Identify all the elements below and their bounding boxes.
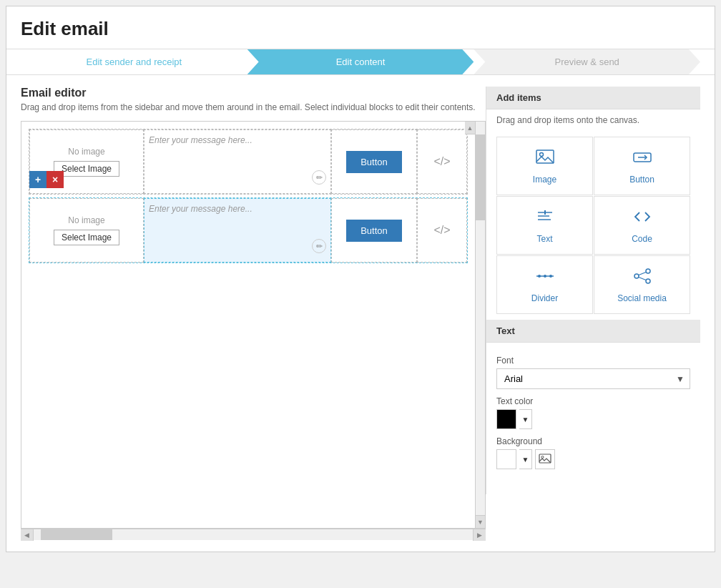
text-color-label: Text color	[496, 396, 690, 406]
button-icon	[632, 147, 652, 172]
svg-point-12	[646, 269, 650, 273]
page-wrapper: Edit email Edit sender and receipt Edit …	[6, 6, 715, 552]
row2-edit-icon[interactable]: ✏	[312, 239, 326, 253]
svg-point-14	[634, 274, 639, 278]
email-row-1: No image Select Image Enter your message…	[29, 129, 468, 195]
divider-icon	[535, 266, 555, 290]
row2-code-cell[interactable]: </>	[417, 198, 467, 263]
canvas-v-scrollbar[interactable]: ▼	[475, 122, 485, 528]
code-icon	[632, 207, 652, 231]
add-items-title: Add items	[486, 87, 700, 109]
svg-point-18	[541, 456, 544, 459]
background-row: ▼	[496, 449, 690, 469]
svg-point-13	[646, 279, 650, 283]
scroll-right-btn[interactable]: ▶	[473, 529, 486, 541]
row-controls: + ×	[29, 171, 64, 188]
row1-code-cell[interactable]: </>	[417, 129, 467, 194]
svg-line-15	[639, 273, 646, 275]
wizard-step-2[interactable]: Edit content	[247, 49, 474, 74]
background-color-dropdown-btn[interactable]: ▼	[519, 449, 532, 469]
row2-button-cell: Button	[331, 198, 417, 263]
add-item-divider[interactable]: Divider	[496, 255, 593, 314]
svg-point-10	[544, 275, 546, 278]
email-row-2: + × No image Select Image Enter your m	[29, 197, 468, 263]
add-item-button[interactable]: Button	[594, 137, 690, 195]
add-item-image-label: Image	[533, 175, 556, 185]
social-icon	[632, 266, 652, 290]
image-icon	[535, 147, 555, 172]
add-item-social-label: Social media	[617, 293, 667, 303]
row2-code-label: </>	[433, 224, 450, 237]
svg-point-9	[538, 275, 541, 278]
add-item-text-label: Text	[536, 234, 552, 244]
row1-email-button[interactable]: Button	[346, 151, 402, 173]
background-image-btn[interactable]	[535, 449, 555, 469]
text-section: Font Arial Georgia Times New Roman Verda…	[486, 343, 700, 475]
page-title: Edit email	[21, 18, 700, 40]
row-delete-button[interactable]: ×	[46, 171, 64, 188]
background-label: Background	[496, 436, 690, 446]
row1-edit-icon[interactable]: ✏	[312, 170, 326, 185]
row1-text-cell[interactable]: Enter your message here... ✏	[144, 129, 331, 194]
svg-point-1	[539, 153, 543, 157]
scrollbar-thumb[interactable]	[476, 134, 485, 220]
font-select[interactable]: Arial Georgia Times New Roman Verdana He…	[496, 368, 690, 389]
row1-text-placeholder: Enter your message here...	[149, 135, 252, 145]
add-item-text[interactable]: Text	[496, 196, 593, 255]
content-area: Email editor Drag and drop items from th…	[6, 75, 715, 552]
add-item-button-label: Button	[629, 175, 654, 185]
h-scroll-track	[34, 529, 473, 540]
editor-section: Email editor Drag and drop items from th…	[21, 87, 486, 540]
canvas-h-scrollbar[interactable]: ◀ ▶	[21, 529, 486, 540]
scroll-down-btn[interactable]: ▼	[476, 515, 485, 528]
row2-text-inner: Enter your message here... ✏	[149, 203, 326, 231]
canvas-inner: No image Select Image Enter your message…	[21, 122, 475, 273]
add-item-social[interactable]: Social media	[594, 255, 690, 314]
row2-email-button[interactable]: Button	[346, 220, 402, 242]
canvas-and-scroll: ▲ ▼ No image Select Image	[21, 121, 486, 540]
font-select-wrapper: Arial Georgia Times New Roman Verdana He…	[496, 368, 690, 389]
wizard-steps: Edit sender and receipt Edit content Pre…	[6, 49, 715, 75]
text-section-title: Text	[486, 320, 700, 343]
row1-text-inner: Enter your message here... ✏	[149, 134, 326, 162]
text-icon	[535, 207, 555, 231]
row2-text-placeholder: Enter your message here...	[149, 204, 252, 214]
add-item-code-label: Code	[632, 234, 652, 244]
background-color-box[interactable]	[496, 449, 516, 469]
text-color-dropdown-btn[interactable]: ▼	[519, 409, 532, 429]
editor-description: Drag and drop items from the sidebar and…	[21, 102, 486, 112]
row1-code-label: </>	[433, 155, 450, 168]
row2-select-image-button[interactable]: Select Image	[54, 230, 119, 245]
h-scroll-thumb[interactable]	[41, 529, 112, 540]
add-item-code[interactable]: Code	[594, 196, 690, 255]
canvas-area: ▲ ▼ No image Select Image	[21, 121, 486, 540]
email-canvas[interactable]: ▲ ▼ No image Select Image	[21, 121, 486, 529]
add-item-image[interactable]: Image	[496, 137, 593, 195]
text-color-picker-row: ▼	[496, 409, 690, 429]
scroll-up-btn[interactable]: ▲	[465, 122, 475, 134]
sidebar: Add items Drag and drop items onto the c…	[486, 87, 700, 494]
row-add-button[interactable]: +	[29, 171, 46, 188]
row1-no-image-label: No image	[68, 147, 104, 157]
add-items-grid: Image Button	[486, 131, 700, 320]
scroll-left-btn[interactable]: ◀	[21, 529, 34, 541]
svg-point-11	[549, 275, 552, 278]
wizard-step-3[interactable]: Preview & send	[474, 49, 700, 74]
editor-title: Email editor	[21, 87, 486, 99]
row2-no-image-label: No image	[68, 215, 104, 225]
row2-text-cell[interactable]: Enter your message here... ✏	[144, 198, 331, 263]
row1-button-cell: Button	[331, 129, 417, 194]
add-item-divider-label: Divider	[531, 293, 558, 303]
page-header: Edit email	[6, 6, 715, 49]
font-label: Font	[496, 356, 690, 366]
add-items-desc: Drag and drop items onto the canvas.	[486, 109, 700, 131]
row2-image-cell: No image Select Image	[29, 198, 144, 263]
svg-line-16	[639, 278, 646, 280]
text-color-box[interactable]	[496, 409, 516, 429]
wizard-step-1[interactable]: Edit sender and receipt	[21, 49, 247, 74]
